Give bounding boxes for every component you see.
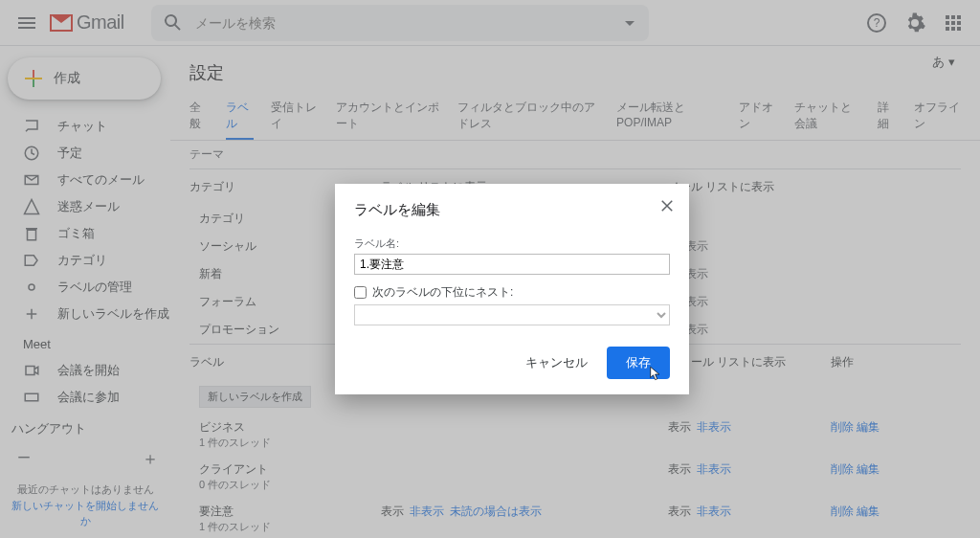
mouse-cursor-icon [650,366,663,383]
nest-checkbox-label[interactable]: 次のラベルの下位にネスト: [354,284,670,301]
save-button[interactable]: 保存 [607,347,670,379]
dialog-title: ラベルを編集 [354,201,670,219]
label-name-label: ラベル名: [354,236,670,251]
close-icon[interactable] [658,197,676,217]
cancel-button[interactable]: キャンセル [514,347,599,379]
label-name-input[interactable] [354,254,670,275]
edit-label-dialog: ラベルを編集 ラベル名: 次のラベルの下位にネスト: キャンセル 保存 [335,184,689,394]
nest-checkbox[interactable] [354,286,367,299]
nest-parent-select[interactable] [354,304,670,325]
